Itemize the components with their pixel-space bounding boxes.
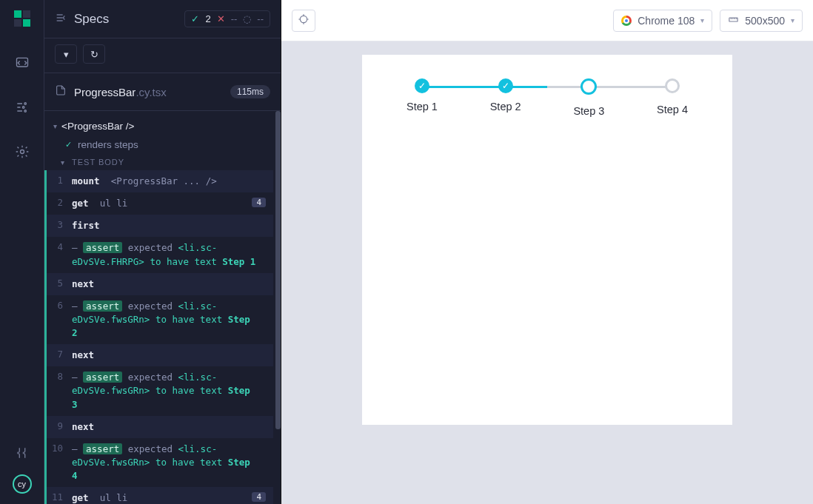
check-icon: ✓ [65,140,72,149]
settings-nav-icon[interactable] [14,144,30,160]
reload-icon: ↻ [90,49,98,60]
stat-pending-count: -- [257,13,264,24]
scrollbar-thumb[interactable] [275,111,281,429]
command-row[interactable]: 2get ul li4 [47,192,273,215]
stat-fail-count: -- [231,13,238,24]
viewport-selector[interactable]: 500x500 ▾ [720,10,803,32]
test-row[interactable]: ✓ renders steps [52,135,273,154]
chevron-down-icon: ▾ [700,16,704,24]
step-dot [665,78,680,93]
test-body-label: TEST BODY [72,158,124,167]
line-number: 2 [47,197,72,210]
target-icon [298,13,310,27]
caret-down-icon: ▾ [53,122,57,130]
command-body: mount <ProgressBar ... /> [72,175,266,188]
svg-point-2 [22,107,24,109]
line-number: 6 [47,300,72,340]
element-count-badge: 4 [252,492,266,502]
step-label: Step 4 [657,104,688,115]
command-row[interactable]: 9next [47,416,273,438]
line-number: 8 [47,371,72,411]
svg-point-5 [300,16,307,22]
chevron-down-icon: ▾ [791,16,794,24]
command-body: next [72,420,266,434]
file-icon [55,84,67,100]
ruler-icon [728,14,739,27]
command-body: — assert expected <li.sc-eDvSVe.fwsGRn> … [72,371,266,411]
command-body: — assert expected <li.sc-eDvSVe.fwsGRn> … [72,300,266,340]
spec-filename: ProgressBar [74,86,136,98]
line-number: 11 [47,491,72,504]
command-body: next [72,349,266,362]
spec-file-ext: .cy.tsx [136,86,166,98]
preview-toolbar: Chrome 108 ▾ 500x500 ▾ [281,0,813,41]
options-button[interactable]: ▾ [55,44,77,64]
rerun-button[interactable]: ↻ [83,44,105,64]
progress-step: Step 4 [657,78,688,117]
cypress-badge-icon[interactable]: cy [13,474,32,494]
stat-fail-icon: ✕ [217,13,225,24]
runs-nav-icon[interactable] [14,99,30,115]
suite-row[interactable]: ▾ <ProgressBar /> [52,117,273,135]
suite-name: <ProgressBar /> [61,121,134,132]
command-row[interactable]: 1mount <ProgressBar ... /> [47,170,273,192]
command-body: — assert expected <li.sc-eDvSVe.fwsGRn> … [72,443,266,483]
command-row[interactable]: 8— assert expected <li.sc-eDvSVe.fwsGRn>… [47,366,273,415]
command-row[interactable]: 3first [47,215,273,237]
step-label: Step 3 [573,105,604,117]
step-label: Step 2 [490,101,521,112]
line-number: 3 [47,219,72,232]
command-row[interactable]: 5next [47,273,273,295]
reporter-header: Specs ✓ 2 ✕ -- ◌ -- [44,0,281,38]
svg-point-3 [24,110,26,112]
line-number: 4 [47,241,72,268]
cypress-logo-icon [14,10,30,27]
step-dot: ✓ [498,78,513,93]
test-name: renders steps [78,139,138,150]
command-body: next [72,278,266,291]
spec-duration: 115ms [230,85,270,98]
test-tree: ▾ <ProgressBar /> ✓ renders steps ▾ TEST… [44,111,281,504]
progress-step: ✓Step 1 [406,78,438,117]
command-body: — assert expected <li.sc-eDvSVe.FHRPG> t… [72,241,266,268]
command-row[interactable]: 6— assert expected <li.sc-eDvSVe.fwsGRn>… [47,295,273,344]
stat-pending-icon: ◌ [243,13,251,24]
caret-down-icon: ▾ [61,158,64,167]
viewport-backdrop: ✓Step 1✓Step 2Step 3Step 4 [281,41,813,504]
command-row[interactable]: 7next [47,344,273,366]
element-count-badge: 4 [252,198,266,207]
step-label: Step 1 [406,101,438,112]
viewport-label: 500x500 [745,15,785,27]
command-row[interactable]: 10— assert expected <li.sc-eDvSVe.fwsGRn… [47,438,273,487]
selector-playground-button[interactable] [292,10,315,32]
test-body-header[interactable]: ▾ TEST BODY [52,154,273,170]
command-body: first [72,219,266,232]
keyboard-icon[interactable] [14,445,30,461]
svg-point-1 [24,103,26,105]
step-dot [581,78,597,95]
svg-point-4 [20,150,24,154]
reporter-title: Specs [74,12,184,27]
stat-pass-count: 2 [205,13,210,24]
progress-step: ✓Step 2 [490,78,521,117]
line-number: 10 [47,443,72,483]
command-row[interactable]: 11get ul li4 [47,487,273,504]
command-log: 1mount <ProgressBar ... />2get ul li43fi… [44,170,273,504]
spec-file-row[interactable]: ProgressBar.cy.tsx 115ms [44,73,281,111]
nav-rail: cy [0,0,44,504]
command-row[interactable]: 4— assert expected <li.sc-eDvSVe.FHRPG> … [47,237,273,272]
command-body: get ul li [72,197,247,210]
browser-selector[interactable]: Chrome 108 ▾ [613,10,712,32]
preview-panel: Chrome 108 ▾ 500x500 ▾ ✓Step 1✓Step 2Ste… [281,0,813,504]
browser-label: Chrome 108 [638,15,695,27]
specs-nav-icon[interactable] [14,55,30,71]
run-stats: ✓ 2 ✕ -- ◌ -- [184,10,270,27]
progress-step: Step 3 [573,78,604,117]
collapse-icon[interactable] [55,12,67,27]
line-number: 9 [47,420,72,434]
chevron-down-icon: ▾ [64,49,69,60]
line-number: 1 [47,175,72,188]
chrome-icon [621,16,632,26]
line-number: 7 [47,349,72,362]
aut-frame: ✓Step 1✓Step 2Step 3Step 4 [362,55,732,425]
